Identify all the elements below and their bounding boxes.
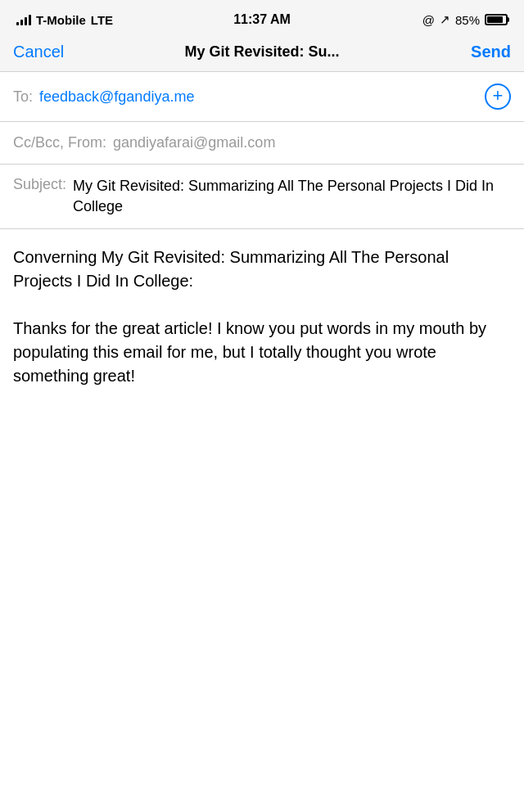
- status-right: @ ↗ 85%: [422, 12, 508, 27]
- cc-value: gandiyafarai@gmail.com: [113, 134, 511, 151]
- battery-percent: 85%: [455, 13, 480, 27]
- subject-field[interactable]: Subject: My Git Revisited: Summarizing A…: [0, 165, 524, 229]
- signal-bar-2: [20, 20, 23, 25]
- cc-field[interactable]: Cc/Bcc, From: gandiyafarai@gmail.com: [0, 122, 524, 165]
- carrier-label: T-Mobile: [36, 13, 86, 27]
- battery-icon: [485, 14, 508, 25]
- status-left: T-Mobile LTE: [16, 13, 113, 27]
- signal-bar-1: [16, 22, 19, 25]
- to-label: To:: [13, 88, 33, 106]
- status-bar: T-Mobile LTE 11:37 AM @ ↗ 85%: [0, 0, 524, 36]
- subject-value[interactable]: My Git Revisited: Summarizing All The Pe…: [73, 176, 511, 217]
- to-value[interactable]: feedback@fgandiya.me: [39, 88, 485, 106]
- at-icon: @: [422, 13, 435, 27]
- body-text[interactable]: Converning My Git Revisited: Summarizing…: [13, 246, 511, 388]
- send-button[interactable]: Send: [454, 43, 511, 61]
- email-form: To: feedback@fgandiya.me + Cc/Bcc, From:…: [0, 72, 524, 404]
- nav-bar: Cancel My Git Revisited: Su... Send: [0, 36, 524, 72]
- location-icon: ↗: [440, 12, 450, 27]
- plus-icon: +: [493, 87, 504, 105]
- network-label: LTE: [91, 13, 113, 27]
- subject-label: Subject:: [13, 176, 66, 193]
- add-recipient-button[interactable]: +: [485, 83, 511, 110]
- nav-title: My Git Revisited: Su...: [70, 43, 454, 61]
- signal-bars-icon: [16, 14, 31, 25]
- cancel-button[interactable]: Cancel: [13, 43, 70, 61]
- email-body[interactable]: Converning My Git Revisited: Summarizing…: [0, 229, 524, 404]
- signal-bar-4: [29, 15, 31, 25]
- cc-label: Cc/Bcc, From:: [13, 134, 106, 151]
- status-time: 11:37 AM: [233, 12, 291, 27]
- to-field[interactable]: To: feedback@fgandiya.me +: [0, 72, 524, 122]
- signal-bar-3: [25, 17, 27, 25]
